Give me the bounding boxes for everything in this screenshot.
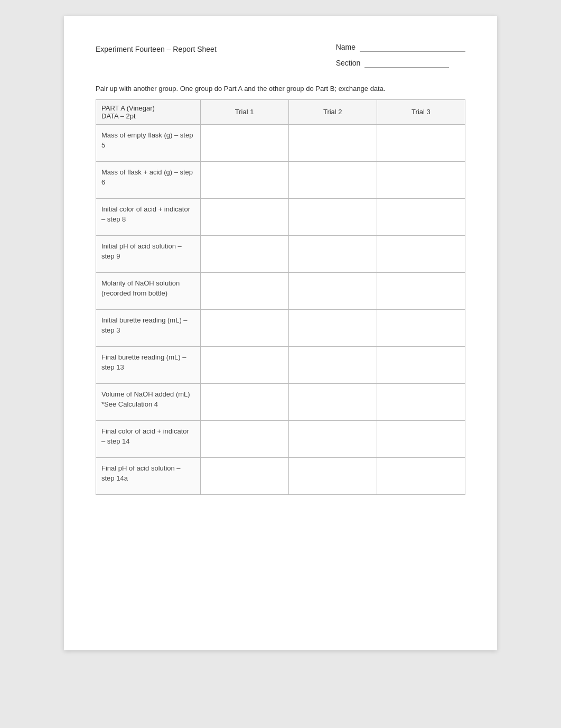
row-label: Final burette reading (mL) – step 13 — [101, 353, 186, 372]
table-row: Final burette reading (mL) – step 13 — [96, 346, 465, 383]
table-header-row: PART A (Vinegar) DATA – 2pt Trial 1 Tria… — [96, 99, 465, 124]
table-row: Molarity of NaOH solution (recorded from… — [96, 272, 465, 309]
header-fields: Name Section — [336, 42, 465, 68]
report-title: Experiment Fourteen – Report Sheet — [96, 42, 217, 53]
section-row: Section — [336, 58, 465, 68]
row-label: Molarity of NaOH solution (recorded from… — [101, 279, 180, 298]
row-label-cell: Molarity of NaOH solution (recorded from… — [96, 272, 201, 309]
data-label: DATA – 2pt — [101, 112, 136, 120]
row-label: Mass of flask + acid (g) – step 6 — [101, 168, 193, 187]
section-label: Section — [336, 59, 361, 67]
data-entry-cell[interactable] — [288, 235, 377, 272]
row-label: Mass of empty flask (g) – step 5 — [101, 131, 193, 150]
data-entry-cell[interactable] — [377, 420, 465, 457]
data-entry-cell[interactable] — [377, 124, 465, 161]
data-entry-cell[interactable] — [200, 309, 288, 346]
row-label-cell: Final burette reading (mL) – step 13 — [96, 346, 201, 383]
row-label: Initial color of acid + indicator – step… — [101, 205, 190, 224]
table-row: Volume of NaOH added (mL) *See Calculati… — [96, 383, 465, 420]
data-entry-cell[interactable] — [377, 457, 465, 494]
header: Experiment Fourteen – Report Sheet Name … — [96, 42, 465, 68]
data-entry-cell[interactable] — [288, 161, 377, 198]
row-label: Final pH of acid solution – step 14a — [101, 464, 181, 483]
data-entry-cell[interactable] — [200, 272, 288, 309]
row-label-cell: Final pH of acid solution – step 14a — [96, 457, 201, 494]
data-entry-cell[interactable] — [288, 198, 377, 235]
data-entry-cell[interactable] — [377, 383, 465, 420]
row-label: Final color of acid + indicator – step 1… — [101, 427, 189, 446]
data-entry-cell[interactable] — [200, 161, 288, 198]
data-entry-cell[interactable] — [377, 198, 465, 235]
name-label: Name — [336, 43, 356, 51]
data-table: PART A (Vinegar) DATA – 2pt Trial 1 Tria… — [96, 99, 465, 495]
row-label-cell: Initial pH of acid solution – step 9 — [96, 235, 201, 272]
table-row: Final pH of acid solution – step 14a — [96, 457, 465, 494]
row-label: Initial burette reading (mL) – step 3 — [101, 316, 188, 335]
data-entry-cell[interactable] — [288, 124, 377, 161]
row-label: Volume of NaOH added (mL) *See Calculati… — [101, 390, 190, 409]
col1-header: Trial 1 — [200, 99, 288, 124]
data-entry-cell[interactable] — [377, 272, 465, 309]
data-entry-cell[interactable] — [288, 309, 377, 346]
intro-text: Pair up with another group. One group do… — [96, 84, 465, 94]
row-label-cell: Volume of NaOH added (mL) *See Calculati… — [96, 383, 201, 420]
page: Experiment Fourteen – Report Sheet Name … — [64, 16, 497, 650]
table-row: Initial pH of acid solution – step 9 — [96, 235, 465, 272]
data-entry-cell[interactable] — [200, 457, 288, 494]
row-label-cell: Initial burette reading (mL) – step 3 — [96, 309, 201, 346]
row-label-cell: Mass of flask + acid (g) – step 6 — [96, 161, 201, 198]
data-entry-cell[interactable] — [377, 346, 465, 383]
col2-header: Trial 2 — [288, 99, 377, 124]
data-entry-cell[interactable] — [377, 309, 465, 346]
table-row: Initial burette reading (mL) – step 3 — [96, 309, 465, 346]
data-entry-cell[interactable] — [377, 235, 465, 272]
table-row: Initial color of acid + indicator – step… — [96, 198, 465, 235]
data-entry-cell[interactable] — [288, 457, 377, 494]
data-entry-cell[interactable] — [200, 383, 288, 420]
data-entry-cell[interactable] — [200, 124, 288, 161]
name-row: Name — [336, 42, 465, 52]
section-input-line[interactable] — [364, 58, 449, 68]
data-entry-cell[interactable] — [200, 198, 288, 235]
part-label: PART A (Vinegar) — [101, 104, 155, 112]
data-entry-cell[interactable] — [200, 420, 288, 457]
col3-header: Trial 3 — [377, 99, 465, 124]
row-label: Initial pH of acid solution – step 9 — [101, 242, 182, 261]
table-row: Mass of empty flask (g) – step 5 — [96, 124, 465, 161]
row-label-cell: Mass of empty flask (g) – step 5 — [96, 124, 201, 161]
data-entry-cell[interactable] — [288, 272, 377, 309]
data-entry-cell[interactable] — [377, 161, 465, 198]
data-entry-cell[interactable] — [200, 346, 288, 383]
table-row: Final color of acid + indicator – step 1… — [96, 420, 465, 457]
row-label-cell: Final color of acid + indicator – step 1… — [96, 420, 201, 457]
data-entry-cell[interactable] — [288, 346, 377, 383]
name-input-line[interactable] — [360, 42, 465, 52]
part-header: PART A (Vinegar) DATA – 2pt — [96, 99, 201, 124]
data-entry-cell[interactable] — [288, 383, 377, 420]
data-entry-cell[interactable] — [200, 235, 288, 272]
row-label-cell: Initial color of acid + indicator – step… — [96, 198, 201, 235]
table-row: Mass of flask + acid (g) – step 6 — [96, 161, 465, 198]
data-entry-cell[interactable] — [288, 420, 377, 457]
